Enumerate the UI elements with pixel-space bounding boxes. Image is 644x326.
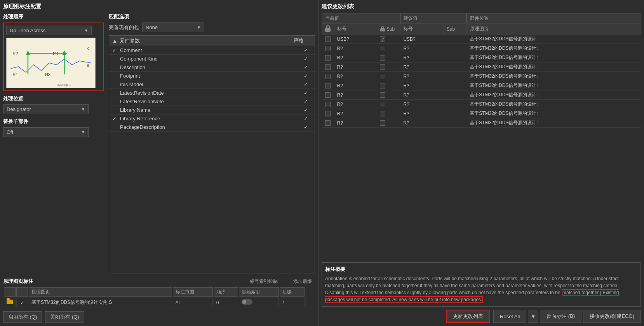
- checkbox-sub-4[interactable]: [380, 74, 385, 79]
- changes-sug-designator-8: R?: [400, 109, 443, 118]
- enable-all-button[interactable]: 启用所有 (Q): [3, 311, 42, 323]
- param-strict-8: ✓: [300, 116, 312, 121]
- changes-sug-designator-7: R?: [400, 100, 443, 109]
- changes-designator-4: R?: [334, 72, 377, 81]
- changes-location-5: 基于STM32的DDS信号源的设计:: [466, 81, 641, 90]
- th-sug-designator: 标号: [400, 24, 443, 35]
- changes-check-4[interactable]: [322, 72, 334, 81]
- checkbox-current-6[interactable]: [325, 92, 331, 98]
- changes-check-2[interactable]: [322, 53, 334, 62]
- changes-row[interactable]: R? R? 基于STM32的DDS信号源的设计:: [322, 44, 641, 53]
- checkbox-sub-7[interactable]: [380, 102, 385, 107]
- checkbox-sub-2[interactable]: [380, 55, 385, 61]
- checkbox-sub-0[interactable]: [380, 36, 385, 42]
- process-location-dropdown[interactable]: Designator ▼: [3, 104, 89, 114]
- update-list-button[interactable]: 更新更改列表: [446, 310, 490, 323]
- changes-row[interactable]: R? R? 基于STM32的DDS信号源的设计:: [322, 72, 641, 81]
- schematic-table-row[interactable]: ✓ 基于STM32的DDS信号源的设计实例.S All 0 1: [4, 298, 314, 307]
- checkbox-current-5[interactable]: [325, 83, 331, 88]
- changes-check-8[interactable]: [322, 109, 334, 118]
- control-label: 标号索引控制: [250, 278, 278, 285]
- right-panel-title: 建议更改列表: [322, 3, 641, 10]
- checkbox-sub-6[interactable]: [380, 92, 385, 98]
- changes-sug-designator-3: R?: [400, 62, 443, 72]
- changes-sug-designator-2: R?: [400, 53, 443, 62]
- param-row[interactable]: Description ✓: [109, 63, 315, 72]
- substitute-dropdown[interactable]: Off ▼: [3, 127, 89, 137]
- changes-designator-6: R?: [334, 90, 377, 100]
- substitute-label: 替换子部件: [3, 118, 104, 125]
- checkbox-current-3[interactable]: [325, 64, 331, 70]
- checkbox-sub-1[interactable]: [380, 46, 385, 51]
- lock-icon-sub: [380, 26, 385, 32]
- checkbox-current-7[interactable]: [325, 102, 331, 107]
- param-strict-6: ✓: [300, 99, 312, 104]
- param-strict-5: ✓: [300, 90, 312, 96]
- changes-check-5[interactable]: [322, 81, 334, 90]
- accept-changes-button[interactable]: 接收更改(创建ECO): [583, 310, 641, 323]
- param-row[interactable]: Component Kind ✓: [109, 55, 315, 63]
- reverse-annotate-button[interactable]: 反向标注 (B): [540, 310, 581, 323]
- disable-all-button[interactable]: 关闭所有 (Q): [45, 311, 84, 323]
- row-toggle-0[interactable]: [239, 298, 279, 307]
- param-row[interactable]: LatestRevisionDate ✓: [109, 89, 315, 97]
- changes-check-0[interactable]: [322, 35, 334, 44]
- param-row[interactable]: Ibis Model ✓: [109, 80, 315, 89]
- params-sort-arrow[interactable]: ▲: [112, 38, 117, 44]
- th-order: 顺序: [214, 287, 238, 297]
- param-row[interactable]: ✓ Library Reference ✓: [109, 114, 315, 123]
- param-row[interactable]: Footprint ✓: [109, 72, 315, 80]
- checkbox-current-9[interactable]: [325, 120, 331, 126]
- checkbox-sub-5[interactable]: [380, 83, 385, 88]
- changes-designator-2: R?: [334, 53, 377, 62]
- changes-sub-3: [377, 62, 400, 72]
- param-check-8: ✓: [112, 116, 120, 121]
- changes-row[interactable]: R? R? 基于STM32的DDS信号源的设计:: [322, 90, 641, 100]
- changes-row[interactable]: R? R? 基于STM32的DDS信号源的设计:: [322, 62, 641, 72]
- changes-sug-sub-7: [443, 100, 466, 109]
- changes-row[interactable]: USB? USB? 基于STM32的DDS信号源的设计:: [322, 35, 641, 44]
- changes-sug-sub-4: [443, 72, 466, 81]
- schematic-annotation-label: 原理图页标注: [3, 278, 250, 285]
- reset-all-button[interactable]: Reset All: [493, 310, 526, 323]
- checkbox-current-1[interactable]: [325, 46, 331, 51]
- changes-designator-5: R?: [334, 81, 377, 90]
- checkbox-current-0[interactable]: [325, 36, 331, 42]
- checkbox-sub-8[interactable]: [380, 111, 385, 116]
- changes-sug-sub-3: [443, 62, 466, 72]
- reset-all-arrow-button[interactable]: ▼: [528, 310, 538, 323]
- changes-check-3[interactable]: [322, 62, 334, 72]
- row-check-0[interactable]: ✓: [16, 298, 28, 307]
- param-row[interactable]: LatestRevisionNote ✓: [109, 97, 315, 106]
- changes-row[interactable]: R? R? 基于STM32的DDS信号源的设计:: [322, 118, 641, 128]
- param-row[interactable]: ✓ Comment ✓: [109, 46, 315, 55]
- changes-sug-designator-0: USB?: [400, 35, 443, 44]
- changes-designator-0: USB?: [334, 35, 377, 44]
- changes-row[interactable]: R? R? 基于STM32的DDS信号源的设计:: [322, 81, 641, 90]
- param-row[interactable]: Library Name ✓: [109, 106, 315, 114]
- changes-check-6[interactable]: [322, 90, 334, 100]
- changes-check-9[interactable]: [322, 118, 334, 128]
- changes-check-1[interactable]: [322, 44, 334, 53]
- existing-pkg-dropdown[interactable]: None ▼: [142, 23, 204, 32]
- changes-row[interactable]: R? R? 基于STM32的DDS信号源的设计:: [322, 100, 641, 109]
- checkbox-sub-9[interactable]: [380, 120, 385, 126]
- param-name-3: Footprint: [120, 73, 300, 79]
- changes-location-8: 基于STM32的DDS信号源的设计:: [466, 109, 641, 118]
- params-header-label: 元件参数: [120, 37, 294, 44]
- existing-pkg-label: 完善现有的包: [109, 24, 139, 31]
- svg-text:R3: R3: [45, 72, 50, 77]
- checkbox-current-4[interactable]: [325, 74, 331, 79]
- changes-row[interactable]: R? R? 基于STM32的DDS信号源的设计:: [322, 109, 641, 118]
- changes-check-7[interactable]: [322, 100, 334, 109]
- svg-text:C: C: [87, 47, 90, 50]
- svg-text:R1: R1: [13, 72, 18, 77]
- changes-row[interactable]: R? R? 基于STM32的DDS信号源的设计:: [322, 53, 641, 62]
- param-row[interactable]: PackageDescription ✓: [109, 123, 315, 132]
- checkbox-sub-3[interactable]: [380, 64, 385, 70]
- param-name-6: LatestRevisionNote: [120, 99, 300, 104]
- checkbox-current-8[interactable]: [325, 111, 331, 116]
- summary-section: 标注概要 Annotation is enabled for all schem…: [322, 262, 641, 307]
- processing-order-dropdown[interactable]: Up Then Across ▼: [6, 26, 92, 35]
- checkbox-current-2[interactable]: [325, 55, 331, 61]
